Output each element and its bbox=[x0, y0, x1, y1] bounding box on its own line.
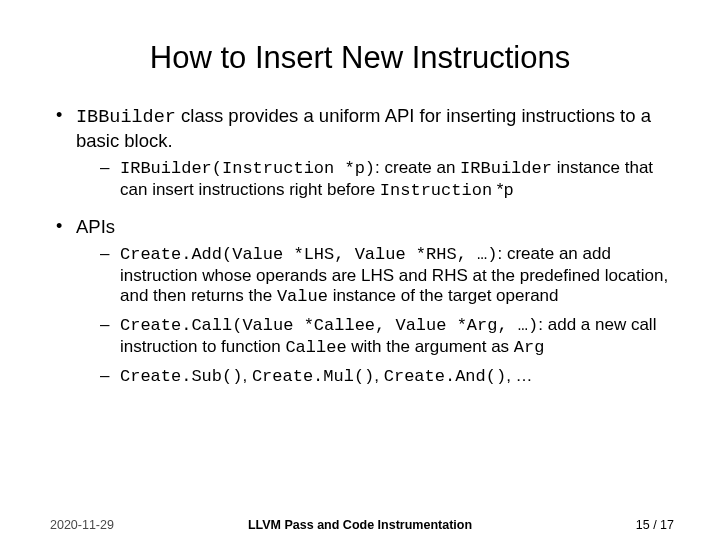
body-text: APIs bbox=[76, 216, 115, 237]
page-total: 17 bbox=[660, 518, 674, 532]
body-text: with the argument as bbox=[347, 337, 514, 356]
code-text: Create.And() bbox=[384, 367, 506, 386]
footer-page-number: 15 / 17 bbox=[636, 518, 674, 532]
page-sep: / bbox=[650, 518, 660, 532]
code-text: Callee bbox=[285, 338, 346, 357]
subbullet-create-add: Create.Add(Value *LHS, Value *RHS, …): c… bbox=[98, 244, 670, 307]
code-text: Arg bbox=[514, 338, 545, 357]
code-text: p bbox=[503, 181, 513, 200]
body-text: * bbox=[492, 180, 503, 199]
body-text: , bbox=[374, 366, 383, 385]
code-text: Create.Call(Value *Callee, Value *Arg, …… bbox=[120, 316, 538, 335]
slide-title: How to Insert New Instructions bbox=[50, 40, 670, 76]
code-text: IBBuilder bbox=[76, 107, 176, 128]
body-text: , bbox=[242, 366, 251, 385]
slide: How to Insert New Instructions IBBuilder… bbox=[0, 0, 720, 540]
code-text: IRBuilder bbox=[460, 159, 552, 178]
code-text: Value bbox=[277, 287, 328, 306]
slide-body: IBBuilder class provides a uniform API f… bbox=[50, 104, 670, 388]
body-text: instance of the target operand bbox=[328, 286, 559, 305]
body-text: , … bbox=[506, 366, 532, 385]
subbullet-irbuilder-ctor: IRBuilder(Instruction *p): create an IRB… bbox=[98, 158, 670, 201]
subbullet-create-call: Create.Call(Value *Callee, Value *Arg, …… bbox=[98, 315, 670, 358]
code-text: Create.Sub() bbox=[120, 367, 242, 386]
subbullet-create-others: Create.Sub(), Create.Mul(), Create.And()… bbox=[98, 366, 670, 387]
bullet-apis: APIs Create.Add(Value *LHS, Value *RHS, … bbox=[50, 215, 670, 387]
code-text: Instruction bbox=[380, 181, 492, 200]
code-text: Create.Mul() bbox=[252, 367, 374, 386]
code-text: Create.Add(Value *LHS, Value *RHS, …) bbox=[120, 245, 497, 264]
code-text: IRBuilder(Instruction *p) bbox=[120, 159, 375, 178]
body-text: : create an bbox=[375, 158, 460, 177]
page-current: 15 bbox=[636, 518, 650, 532]
footer-title: LLVM Pass and Code Instrumentation bbox=[0, 518, 720, 532]
bullet-ibbuilder: IBBuilder class provides a uniform API f… bbox=[50, 104, 670, 201]
